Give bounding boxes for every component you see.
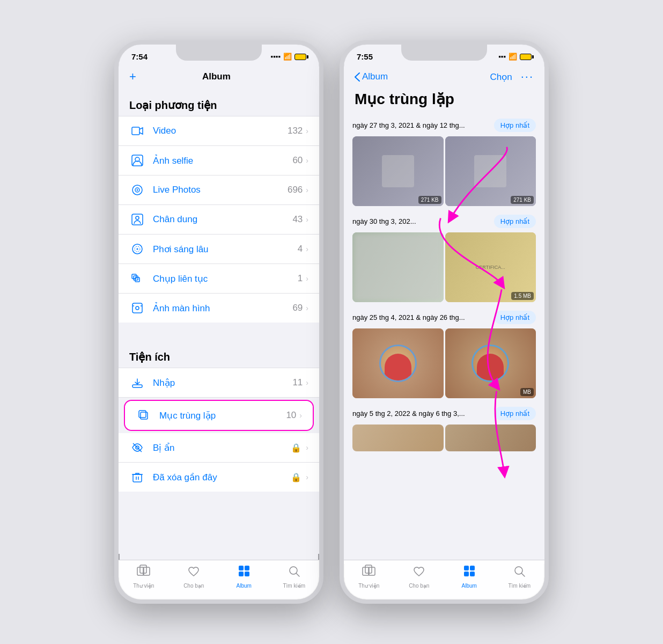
- burst-icon: [129, 270, 145, 287]
- dup1-photo-2: 271 KB: [445, 136, 536, 206]
- list-item-burst[interactable]: Chụp liên tục 1 ›: [119, 264, 319, 294]
- longexp-icon: [129, 241, 145, 257]
- screenshot-label: Ảnh màn hình: [153, 303, 292, 314]
- wifi-icon: 📶: [283, 53, 292, 61]
- svg-point-7: [136, 216, 139, 219]
- back-button[interactable]: Album: [355, 71, 388, 82]
- list-item-deleted[interactable]: Đã xóa gần đây 🔒 ›: [119, 463, 319, 492]
- more-button[interactable]: ···: [521, 70, 534, 84]
- svg-rect-40: [464, 572, 469, 576]
- list-item-selfie[interactable]: Ảnh selfie 60 ›: [119, 146, 319, 175]
- svg-rect-38: [464, 566, 469, 570]
- svg-point-5: [137, 189, 138, 191]
- right-nav-bar: Album Chọn ···: [344, 65, 544, 90]
- tab-search-right[interactable]: Tìm kiếm: [495, 565, 545, 589]
- dup2-photo-2: CERTIFICA... 1.5 MB: [445, 232, 536, 302]
- dup2-photo1-blur: [355, 235, 441, 300]
- list-item-duplicate-wrapper: Mục trùng lặp 10 ›: [124, 400, 314, 431]
- tab-album-right[interactable]: Album: [444, 565, 495, 589]
- svg-rect-26: [137, 567, 144, 575]
- search-tab-icon-right: [513, 565, 526, 581]
- list-item-import[interactable]: Nhập 11 ›: [119, 368, 319, 398]
- library-label: Thư viện: [133, 583, 154, 589]
- back-label: Album: [362, 71, 388, 82]
- search-label-right: Tìm kiếm: [508, 583, 531, 589]
- selfie-label: Ảnh selfie: [153, 155, 292, 166]
- portrait-label: Chân dung: [153, 214, 292, 225]
- dup3-photo-2: MB: [445, 328, 536, 398]
- foryou-icon-right: [412, 565, 425, 581]
- duplicate-content: ngày 27 thg 3, 2021 & ngày 12 thg... Hợp…: [344, 116, 544, 564]
- library-label-right: Thư viện: [358, 583, 379, 589]
- tab-foryou[interactable]: Cho bạn: [169, 565, 219, 589]
- merge-btn-4[interactable]: Hợp nhất: [494, 407, 536, 420]
- deleted-chevron: ›: [306, 473, 308, 481]
- list-item-hidden[interactable]: Bị ẩn 🔒 ›: [119, 433, 319, 463]
- right-status-icons: ▪▪▪ 📶: [498, 53, 532, 61]
- longexp-chevron: ›: [306, 245, 308, 253]
- dup1-date: ngày 27 thg 3, 2021 & ngày 12 thg...: [352, 121, 494, 129]
- add-button[interactable]: +: [129, 70, 136, 84]
- dup2-photos: CERTIFICA... 1.5 MB: [352, 232, 536, 302]
- dup3-badge2: MB: [520, 388, 534, 396]
- list-item-screenshot[interactable]: Ảnh màn hình 69 ›: [119, 294, 319, 323]
- list-item-video[interactable]: Video 132 ›: [119, 116, 319, 146]
- right-time: 7:55: [357, 52, 373, 61]
- burst-count: 1: [298, 273, 303, 284]
- screenshot-chevron: ›: [306, 304, 308, 312]
- list-item-duplicate[interactable]: Mục trùng lặp 10 ›: [125, 401, 313, 430]
- live-label: Live Photos: [153, 185, 288, 195]
- merge-btn-3[interactable]: Hợp nhất: [494, 311, 536, 324]
- hidden-chevron: ›: [306, 443, 308, 452]
- merge-btn-1[interactable]: Hợp nhất: [494, 119, 536, 132]
- svg-point-15: [136, 306, 139, 310]
- tab-library-right[interactable]: Thư viện: [344, 565, 394, 589]
- live-count: 696: [288, 185, 303, 195]
- portrait-chevron: ›: [306, 215, 308, 224]
- dup4-photo1-bg: [352, 425, 444, 451]
- hidden-icon: [129, 440, 145, 456]
- svg-point-10: [137, 248, 138, 250]
- dup-group-3: ngày 25 thg 4, 2021 & ngày 26 thg... Hợp…: [344, 309, 544, 405]
- dup3-photo-1: [352, 328, 444, 398]
- list-item-longexp[interactable]: Phơi sáng lâu 4 ›: [119, 235, 319, 264]
- dup3-photo1-face: [352, 328, 444, 398]
- hidden-label: Bị ẩn: [153, 442, 291, 453]
- section-gap: [119, 323, 319, 342]
- duplicate-count: 10: [286, 410, 296, 421]
- search-label-left: Tìm kiếm: [283, 583, 305, 589]
- import-count: 11: [292, 377, 303, 388]
- foryou-label-right: Cho bạn: [409, 583, 429, 589]
- video-icon: [129, 123, 145, 139]
- svg-rect-39: [470, 566, 475, 570]
- dup1-photo-1: 271 KB: [352, 136, 444, 206]
- battery-icon: [294, 54, 306, 60]
- right-battery-icon: [520, 54, 532, 60]
- dup1-badge2: 271 KB: [511, 196, 534, 204]
- tab-library[interactable]: Thư viện: [119, 565, 169, 589]
- tab-search-left[interactable]: Tìm kiếm: [269, 565, 320, 589]
- dup-group-2: ngày 30 thg 3, 202... Hợp nhất CERTIFICA…: [344, 213, 544, 309]
- portrait-icon: [129, 211, 145, 228]
- selfie-count: 60: [292, 155, 303, 166]
- tab-album-left[interactable]: Album: [219, 565, 269, 589]
- tab-foryou-right[interactable]: Cho bạn: [394, 565, 445, 589]
- svg-line-43: [521, 573, 525, 576]
- list-item-portrait[interactable]: Chân dung 43 ›: [119, 205, 319, 235]
- section-media-type: Loại phương tiện: [119, 90, 319, 116]
- search-tab-icon-left: [288, 565, 300, 581]
- portrait-count: 43: [292, 214, 303, 225]
- longexp-label: Phơi sáng lâu: [153, 244, 298, 255]
- album-icon: [238, 565, 251, 581]
- album-label-left: Album: [237, 583, 252, 589]
- merge-btn-2[interactable]: Hợp nhất: [494, 215, 536, 228]
- import-icon: [129, 375, 145, 391]
- list-item-live[interactable]: Live Photos 696 ›: [119, 175, 319, 205]
- burst-label: Chụp liên tục: [153, 273, 298, 284]
- left-phone: 7:54 ▪▪▪▪ 📶 + Album Loại phương tiện: [114, 40, 323, 604]
- dup1-badge1: 271 KB: [418, 196, 441, 204]
- burst-chevron: ›: [306, 274, 308, 283]
- selfie-icon: [129, 152, 145, 169]
- import-chevron: ›: [306, 378, 308, 387]
- choose-button[interactable]: Chọn: [490, 71, 512, 83]
